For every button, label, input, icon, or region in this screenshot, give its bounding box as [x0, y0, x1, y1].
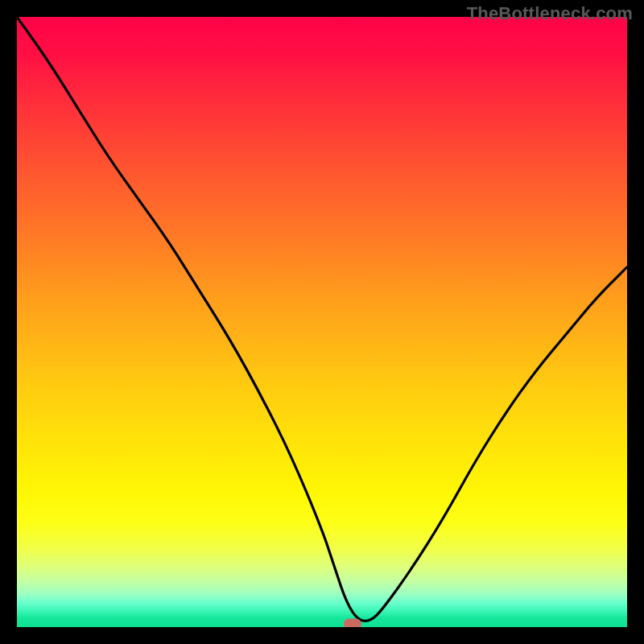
chart-frame: TheBottleneck.com	[0, 0, 644, 644]
plot-area	[17, 17, 627, 627]
optimal-marker	[344, 619, 361, 627]
curve-path	[17, 17, 627, 621]
watermark-text: TheBottleneck.com	[467, 3, 633, 24]
bottleneck-curve	[17, 17, 627, 627]
